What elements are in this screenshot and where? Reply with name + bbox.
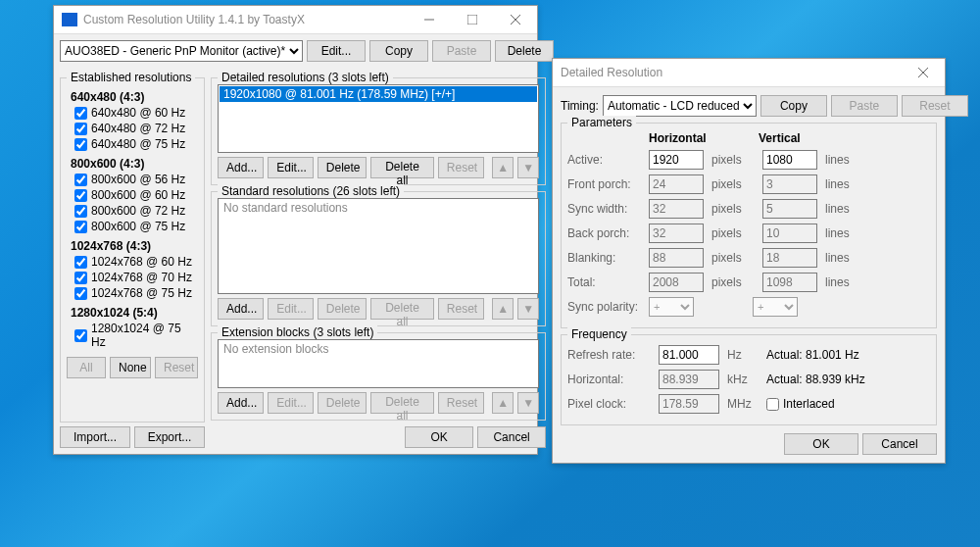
rr-actual: Actual: 81.001 Hz — [766, 348, 859, 362]
hz-label: Horizontal: — [567, 373, 651, 386]
dialog-close-button[interactable] — [902, 59, 945, 86]
parameters-legend: Parameters — [567, 116, 636, 129]
rr-label: Refresh rate: — [567, 348, 651, 362]
chk-800-60[interactable]: 800x600 @ 60 Hz — [74, 188, 198, 202]
bp-label: Back porch: — [567, 226, 641, 240]
export-button[interactable]: Export... — [134, 426, 205, 448]
chk-800-56[interactable]: 800x600 @ 56 Hz — [74, 173, 198, 186]
svg-rect-1 — [467, 15, 477, 25]
std-reset-button[interactable]: Reset — [438, 298, 484, 320]
sw-label: Sync width: — [567, 202, 641, 216]
ext-reset-button[interactable]: Reset — [438, 392, 484, 414]
maximize-button[interactable] — [451, 6, 494, 33]
std-deleteall-button[interactable]: Delete all — [370, 298, 434, 320]
det-reset-button[interactable]: Reset — [438, 157, 484, 178]
titlebar: Custom Resolution Utility 1.4.1 by Toast… — [54, 6, 537, 34]
import-button[interactable]: Import... — [60, 426, 130, 448]
bp-v-input — [762, 224, 817, 243]
chk-1024-75[interactable]: 1024x768 @ 75 Hz — [74, 286, 198, 300]
hz-input — [659, 370, 719, 389]
monitor-edit-button[interactable]: Edit... — [307, 40, 366, 62]
monitor-copy-button[interactable]: Copy — [369, 40, 428, 62]
det-delete-button[interactable]: Delete — [318, 157, 367, 178]
ext-deleteall-button[interactable]: Delete all — [370, 392, 434, 414]
close-button[interactable] — [494, 6, 537, 33]
standard-group: Standard resolutions (26 slots left) No … — [211, 191, 546, 326]
ext-edit-button[interactable]: Edit... — [268, 392, 314, 414]
res-header-640: 640x480 (4:3) — [71, 90, 198, 104]
std-edit-button[interactable]: Edit... — [268, 298, 314, 320]
standard-legend: Standard resolutions (26 slots left) — [218, 184, 404, 198]
extension-list[interactable]: No extension blocks — [218, 339, 539, 388]
timing-select[interactable]: Automatic - LCD reduced — [603, 95, 757, 117]
pc-input — [659, 394, 719, 414]
dialog-titlebar: Detailed Resolution — [553, 59, 945, 87]
std-delete-button[interactable]: Delete — [318, 298, 367, 320]
parameters-group: Parameters Horizontal Vertical Active:pi… — [561, 123, 937, 328]
h-header: Horizontal — [649, 131, 751, 145]
ext-delete-button[interactable]: Delete — [318, 392, 367, 414]
ext-add-button[interactable]: Add... — [218, 392, 264, 414]
detailed-resolution-dialog: Detailed Resolution Timing: Automatic - … — [552, 58, 946, 464]
std-up-button[interactable]: ▲ — [492, 298, 514, 320]
monitor-select[interactable]: AUO38ED - Generic PnP Monitor (active)* — [60, 40, 303, 62]
main-cancel-button[interactable]: Cancel — [477, 426, 546, 448]
res-header-800: 800x600 (4:3) — [71, 157, 198, 171]
bl-h-input — [649, 248, 704, 268]
det-add-button[interactable]: Add... — [218, 157, 264, 178]
frequency-group: Frequency Refresh rate:HzActual: 81.001 … — [561, 334, 937, 425]
timing-label: Timing: — [561, 99, 599, 113]
frequency-legend: Frequency — [567, 327, 631, 341]
det-edit-button[interactable]: Edit... — [268, 157, 314, 178]
est-all-button[interactable]: All — [67, 357, 106, 378]
rr-input[interactable] — [659, 345, 719, 365]
fp-h-input — [649, 174, 704, 194]
tot-h-input — [649, 273, 704, 292]
ext-down-button[interactable]: ▼ — [517, 392, 539, 414]
tot-v-input — [762, 273, 817, 292]
window-title: Custom Resolution Utility 1.4.1 by Toast… — [83, 13, 408, 26]
extension-legend: Extension blocks (3 slots left) — [218, 325, 377, 339]
chk-640-75[interactable]: 640x480 @ 75 Hz — [74, 137, 198, 151]
ext-up-button[interactable]: ▲ — [492, 392, 514, 414]
detailed-item[interactable]: 1920x1080 @ 81.001 Hz (178.59 MHz) [+/+] — [220, 86, 537, 102]
est-reset-button[interactable]: Reset — [155, 357, 198, 378]
dialog-ok-button[interactable]: OK — [784, 433, 858, 455]
active-label: Active: — [567, 153, 641, 167]
main-ok-button[interactable]: OK — [405, 426, 473, 448]
chk-1280-75[interactable]: 1280x1024 @ 75 Hz — [74, 322, 198, 349]
fp-label: Front porch: — [567, 177, 641, 191]
det-down-button[interactable]: ▼ — [517, 157, 539, 178]
res-header-1024: 1024x768 (4:3) — [71, 239, 198, 253]
standard-list[interactable]: No standard resolutions — [218, 198, 539, 294]
timing-paste-button[interactable]: Paste — [831, 95, 898, 117]
pc-label: Pixel clock: — [567, 397, 651, 411]
standard-empty: No standard resolutions — [220, 200, 537, 216]
interlaced-checkbox[interactable]: Interlaced — [766, 397, 835, 411]
chk-1024-60[interactable]: 1024x768 @ 60 Hz — [74, 255, 198, 269]
monitor-delete-button[interactable]: Delete — [495, 40, 554, 62]
chk-1024-70[interactable]: 1024x768 @ 70 Hz — [74, 271, 198, 284]
timing-reset-button[interactable]: Reset — [902, 95, 968, 117]
sw-h-input — [649, 199, 704, 219]
dialog-cancel-button[interactable]: Cancel — [862, 433, 937, 455]
std-add-button[interactable]: Add... — [218, 298, 264, 320]
det-up-button[interactable]: ▲ — [492, 157, 514, 178]
bp-h-input — [649, 224, 704, 243]
monitor-paste-button[interactable]: Paste — [432, 40, 491, 62]
det-deleteall-button[interactable]: Delete all — [370, 157, 434, 178]
active-v-input[interactable] — [762, 150, 817, 170]
cru-window: Custom Resolution Utility 1.4.1 by Toast… — [53, 5, 538, 455]
chk-640-72[interactable]: 640x480 @ 72 Hz — [74, 122, 198, 135]
sp-label: Sync polarity: — [567, 300, 641, 314]
chk-640-60[interactable]: 640x480 @ 60 Hz — [74, 106, 198, 120]
std-down-button[interactable]: ▼ — [517, 298, 539, 320]
chk-800-72[interactable]: 800x600 @ 72 Hz — [74, 204, 198, 218]
minimize-button[interactable] — [408, 6, 451, 33]
chk-800-75[interactable]: 800x600 @ 75 Hz — [74, 220, 198, 233]
sw-v-input — [762, 199, 817, 219]
detailed-list[interactable]: 1920x1080 @ 81.001 Hz (178.59 MHz) [+/+] — [218, 84, 539, 153]
est-none-button[interactable]: None — [110, 357, 151, 378]
timing-copy-button[interactable]: Copy — [760, 95, 827, 117]
active-h-input[interactable] — [649, 150, 704, 170]
